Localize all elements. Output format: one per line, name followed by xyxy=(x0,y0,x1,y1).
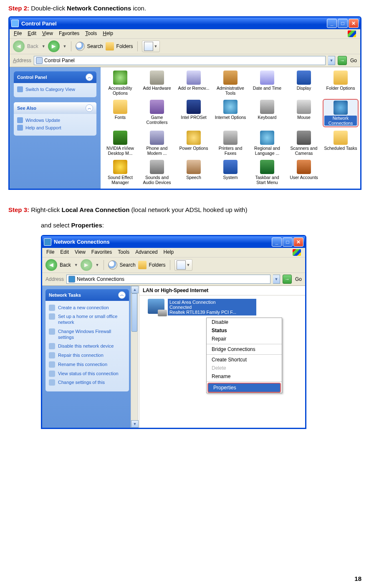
ctx-rename[interactable]: Rename xyxy=(207,372,282,381)
menu-help[interactable]: Help xyxy=(103,30,113,37)
local-area-connection-item[interactable]: Local Area Connection Connected Realtek … xyxy=(148,299,256,315)
panel-cp-header[interactable]: Control Panel ︿ xyxy=(14,71,96,83)
menu-file[interactable]: File xyxy=(46,249,54,256)
menu-tools[interactable]: Tools xyxy=(118,249,129,256)
folders-label[interactable]: Folders xyxy=(116,43,133,49)
task-firewall[interactable]: Change Windows Firewall settings xyxy=(49,327,126,342)
item-taskbar[interactable]: Taskbar and Start Menu xyxy=(249,159,285,186)
fwd-chevron-icon[interactable]: ▼ xyxy=(96,263,99,267)
views-button[interactable]: ▼ xyxy=(142,40,160,52)
address-input[interactable]: Control Panel xyxy=(34,56,326,65)
task-repair[interactable]: Repair this connection xyxy=(49,351,126,360)
go-button[interactable]: → xyxy=(338,56,347,65)
search-icon[interactable] xyxy=(108,260,117,270)
menu-view[interactable]: View xyxy=(42,30,53,37)
ctx-shortcut[interactable]: Create Shortcut xyxy=(207,356,282,364)
chevron-up-icon[interactable]: ︿ xyxy=(118,291,126,299)
maximize-button[interactable]: □ xyxy=(283,237,293,247)
item-add-hardware[interactable]: Add Hardware xyxy=(139,70,175,96)
item-mouse[interactable]: Mouse xyxy=(286,99,322,127)
maximize-button[interactable]: □ xyxy=(338,19,348,28)
back-button[interactable]: ◄ xyxy=(45,259,57,271)
close-button[interactable]: ✕ xyxy=(349,19,359,28)
task-view-status[interactable]: View status of this connection xyxy=(49,369,126,379)
views-button[interactable]: ▼ xyxy=(174,259,192,271)
menu-help[interactable]: Help xyxy=(164,249,174,256)
ctx-repair[interactable]: Repair xyxy=(207,335,282,343)
link-category-view[interactable]: Switch to Category View xyxy=(17,86,93,93)
address-input[interactable]: Network Connections xyxy=(66,275,270,284)
item-date-time[interactable]: Date and Time xyxy=(249,70,285,96)
minimize-button[interactable]: _ xyxy=(327,19,337,28)
menu-favorites[interactable]: Favorites xyxy=(59,30,79,37)
task-setup-network[interactable]: Set up a home or small office network xyxy=(49,312,126,327)
minimize-button[interactable]: _ xyxy=(272,237,282,247)
task-rename[interactable]: Rename this connection xyxy=(49,360,126,369)
scroll-thumb[interactable] xyxy=(131,293,137,332)
panel-sa-header[interactable]: See Also ︿ xyxy=(14,102,96,114)
item-game-controllers[interactable]: Game Controllers xyxy=(139,99,175,127)
item-scheduled-tasks[interactable]: Scheduled Tasks xyxy=(323,130,359,156)
item-regional[interactable]: Regional and Language ... xyxy=(249,130,285,156)
link-windows-update[interactable]: Windows Update xyxy=(17,116,93,124)
item-network-connections[interactable]: Network Connections xyxy=(323,99,359,127)
item-scanners[interactable]: Scanners and Cameras xyxy=(286,130,322,156)
chevron-up-icon[interactable]: ︿ xyxy=(86,104,93,112)
ctx-status[interactable]: Status xyxy=(207,326,282,335)
menu-view[interactable]: View xyxy=(75,249,86,256)
scroll-up-button[interactable]: ▲ xyxy=(131,286,139,293)
ctx-disable[interactable]: Disable xyxy=(207,318,282,326)
address-dropdown[interactable]: ▼ xyxy=(328,56,335,65)
menu-edit[interactable]: Edit xyxy=(28,30,36,37)
item-folder-options[interactable]: Folder Options xyxy=(323,70,359,96)
back-button[interactable]: ◄ xyxy=(13,40,25,52)
back-chevron-icon[interactable]: ▼ xyxy=(74,263,78,267)
item-nvidia[interactable]: NVIDIA nView Desktop M... xyxy=(102,130,138,156)
item-intel-proset[interactable]: Intel PROSet xyxy=(176,99,212,127)
folders-icon[interactable] xyxy=(138,261,147,269)
address-dropdown[interactable]: ▼ xyxy=(273,275,280,284)
menu-file[interactable]: File xyxy=(14,30,22,37)
item-sound-effect[interactable]: Sound Effect Manager xyxy=(102,159,138,186)
ctx-properties[interactable]: Properties xyxy=(207,383,281,393)
task-create-connection[interactable]: Create a new connection xyxy=(49,303,126,313)
close-button[interactable]: ✕ xyxy=(293,237,303,247)
item-accessibility[interactable]: Accessibility Options xyxy=(102,70,138,96)
item-user-accounts[interactable]: User Accounts xyxy=(286,159,322,186)
folders-label[interactable]: Folders xyxy=(149,262,166,268)
forward-button[interactable]: ► xyxy=(81,259,92,271)
go-button[interactable]: → xyxy=(283,275,292,284)
item-phone-modem[interactable]: Phone and Modem ... xyxy=(139,130,175,156)
sidebar-scrollbar[interactable]: ▲ ▼ xyxy=(131,286,138,428)
item-power-options[interactable]: Power Options xyxy=(176,130,212,156)
item-speech[interactable]: Speech xyxy=(176,159,212,186)
search-icon[interactable] xyxy=(76,42,85,51)
menu-tools[interactable]: Tools xyxy=(85,30,97,37)
item-add-remove[interactable]: Add or Remov... xyxy=(176,70,212,96)
item-sounds-audio[interactable]: Sounds and Audio Devices xyxy=(139,159,175,186)
scroll-down-button[interactable]: ▼ xyxy=(131,420,139,428)
item-keyboard[interactable]: Keyboard xyxy=(249,99,285,127)
link-help-support[interactable]: Help and Support xyxy=(17,124,93,131)
back-menu-chevron-icon[interactable]: ▼ xyxy=(42,44,45,48)
folders-icon[interactable] xyxy=(106,42,114,50)
menu-favorites[interactable]: Favorites xyxy=(91,249,112,256)
fwd-menu-chevron-icon[interactable]: ▼ xyxy=(63,44,67,48)
menu-edit[interactable]: Edit xyxy=(60,249,69,256)
titlebar[interactable]: Control Panel _ □ ✕ xyxy=(10,18,360,29)
item-internet-options[interactable]: Internet Options xyxy=(212,99,248,127)
ctx-bridge[interactable]: Bridge Connections xyxy=(207,345,282,353)
task-disable-device[interactable]: Disable this network device xyxy=(49,342,126,351)
item-printers[interactable]: Printers and Faxes xyxy=(212,130,248,156)
item-display[interactable]: Display xyxy=(286,70,322,96)
search-label[interactable]: Search xyxy=(87,43,103,49)
chevron-up-icon[interactable]: ︿ xyxy=(86,73,93,81)
forward-button[interactable]: ► xyxy=(48,40,60,52)
item-system[interactable]: System xyxy=(212,159,248,186)
search-label[interactable]: Search xyxy=(120,262,136,268)
item-admin-tools[interactable]: Administrative Tools xyxy=(212,70,248,96)
item-fonts[interactable]: Fonts xyxy=(102,99,138,127)
titlebar[interactable]: Network Connections _ □ ✕ xyxy=(42,236,305,248)
task-change-settings[interactable]: Change settings of this xyxy=(49,378,126,387)
menu-advanced[interactable]: Advanced xyxy=(135,249,157,256)
